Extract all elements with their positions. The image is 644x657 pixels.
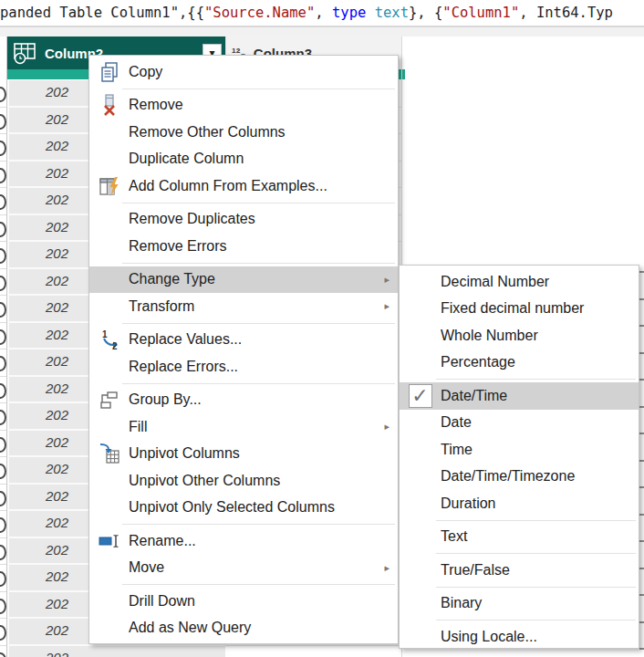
row-number-cell [0, 134, 6, 162]
menu-separator [122, 203, 395, 203]
formula-token: , Int64.Typ [519, 5, 613, 21]
row-number-cell [0, 269, 6, 297]
row-number-cell [0, 108, 6, 135]
row-number-cell [0, 457, 6, 485]
menu-item-replace-errors[interactable]: Replace Errors... [89, 353, 398, 381]
submenu-item-true-false[interactable]: True/False [400, 557, 639, 584]
row-number-cell [0, 403, 6, 431]
row-number-cell [0, 485, 6, 512]
menu-separator [436, 587, 636, 588]
menu-item-group-by[interactable]: Group By... [89, 387, 398, 414]
copy-icon [99, 61, 119, 83]
column-context-menu: Copy Remove Remove Other Columns Duplica… [88, 55, 399, 644]
submenu-arrow-icon: ▸ [384, 274, 390, 286]
row-number-cell [0, 431, 6, 458]
submenu-item-date-time[interactable]: ✓ Date/Time [400, 382, 639, 410]
menu-separator [122, 383, 395, 384]
submenu-item-text[interactable]: Text [400, 524, 639, 551]
menu-item-transform[interactable]: Transform ▸ [89, 293, 398, 320]
table-cell-datetime[interactable]: 202 [7, 646, 225, 657]
submenu-item-percentage[interactable]: Percentage [400, 349, 639, 377]
formula-bar[interactable]: panded Table Column1",{{"Source.Name", t… [0, 0, 644, 26]
formula-token: type [332, 5, 366, 21]
menu-item-remove-other-columns[interactable]: Remove Other Columns [89, 119, 398, 146]
formula-token: "Source.Name" [204, 5, 315, 21]
row-gridline-ticks [639, 271, 644, 654]
submenu-arrow-icon: ▸ [384, 300, 390, 312]
row-number-cell [0, 619, 6, 646]
row-number-cell [0, 377, 6, 404]
row-number-cell [0, 162, 6, 189]
menu-item-remove[interactable]: Remove [89, 92, 398, 120]
svg-text:1: 1 [102, 329, 108, 339]
row-number-cell [0, 323, 6, 350]
row-number-cell [0, 215, 6, 243]
menu-item-duplicate-column[interactable]: Duplicate Column [89, 146, 398, 173]
submenu-arrow-icon: ▸ [384, 421, 390, 433]
submenu-item-duration[interactable]: Duration [400, 490, 639, 517]
menu-separator [122, 524, 395, 525]
menu-item-fill[interactable]: Fill ▸ [89, 413, 398, 441]
submenu-item-using-locale[interactable]: Using Locale... [400, 623, 639, 651]
menu-item-unpivot-only-selected-columns[interactable]: Unpivot Only Selected Columns [89, 495, 398, 522]
remove-icon [99, 94, 119, 116]
menu-separator [122, 89, 395, 89]
menu-separator [436, 379, 636, 380]
formula-token: panded Table Column1",{{ [0, 5, 204, 21]
menu-separator [436, 520, 636, 521]
menu-item-add-column-from-examples[interactable]: Add Column From Examples... [89, 172, 398, 200]
menu-separator [436, 620, 636, 620]
submenu-arrow-icon: ▸ [384, 562, 390, 574]
formula-bar-divider [0, 26, 644, 36]
submenu-item-whole-number[interactable]: Whole Number [400, 322, 639, 349]
menu-item-add-as-new-query[interactable]: Add as New Query [89, 615, 398, 642]
row-number-cell [0, 646, 6, 657]
row-number-cell [0, 511, 6, 538]
menu-item-copy[interactable]: Copy [89, 58, 398, 86]
row-number-cell [0, 296, 6, 323]
menu-item-move[interactable]: Move ▸ [89, 555, 398, 582]
submenu-item-decimal-number[interactable]: Decimal Number [400, 268, 639, 296]
submenu-item-binary[interactable]: Binary [400, 590, 639, 618]
row-number-header [0, 36, 6, 80]
row-number-column [0, 36, 7, 657]
change-type-submenu: Decimal Number Fixed decimal number Whol… [399, 265, 639, 649]
formula-token: }, { [409, 5, 442, 21]
submenu-item-time[interactable]: Time [400, 436, 639, 464]
menu-item-unpivot-columns[interactable]: Unpivot Columns [89, 441, 398, 468]
formula-token: "Column1" [442, 5, 519, 21]
menu-item-rename[interactable]: Rename... [89, 527, 398, 555]
submenu-item-fixed-decimal-number[interactable]: Fixed decimal number [400, 296, 639, 323]
svg-text:2: 2 [112, 341, 118, 350]
add-column-from-examples-icon [99, 175, 120, 197]
row-number-cell [0, 188, 6, 215]
row-number-cell [0, 80, 6, 108]
menu-item-replace-values[interactable]: 1 2 Replace Values... [89, 327, 398, 354]
menu-item-change-type[interactable]: Change Type ▸ [89, 266, 398, 294]
row-number-cell [0, 242, 6, 269]
row-number-cell [0, 349, 6, 377]
menu-separator [122, 323, 395, 324]
table-cell[interactable] [225, 646, 401, 657]
rename-icon [98, 530, 121, 552]
menu-item-drill-down[interactable]: Drill Down [89, 588, 398, 615]
menu-separator [122, 584, 395, 585]
menu-item-remove-duplicates[interactable]: Remove Duplicates [89, 206, 398, 234]
group-by-icon [99, 389, 120, 411]
menu-separator [122, 263, 395, 264]
unpivot-columns-icon [99, 443, 120, 464]
submenu-item-date[interactable]: Date [400, 410, 639, 437]
checked-indicator: ✓ [409, 384, 432, 408]
date-time-type-icon [13, 42, 37, 65]
row-number-cell [0, 592, 6, 620]
menu-item-unpivot-other-columns[interactable]: Unpivot Other Columns [89, 467, 398, 495]
submenu-item-date-time-timezone[interactable]: Date/Time/Timezone [400, 464, 639, 491]
formula-token [366, 5, 374, 21]
formula-token: , [315, 5, 332, 21]
replace-values-icon: 1 2 [99, 328, 120, 350]
formula-token: text [375, 5, 409, 21]
menu-separator [436, 553, 636, 554]
row-number-cell [0, 538, 6, 566]
check-icon: ✓ [411, 386, 428, 406]
menu-item-remove-errors[interactable]: Remove Errors [89, 233, 398, 260]
